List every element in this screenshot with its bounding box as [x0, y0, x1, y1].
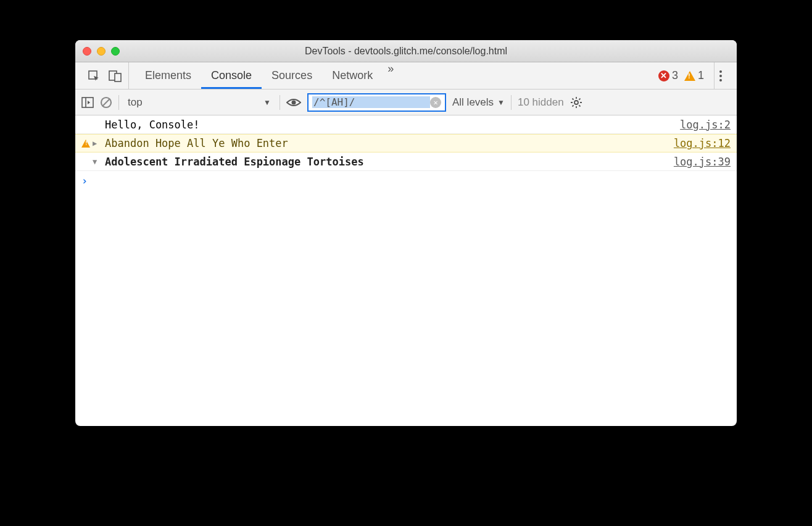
tab-sources[interactable]: Sources [262, 62, 322, 89]
more-tabs-icon[interactable]: » [383, 62, 399, 89]
sidebar-toggle-icon[interactable] [81, 97, 94, 108]
svg-line-16 [579, 98, 580, 99]
prompt-caret-icon: › [81, 175, 88, 187]
log-row: ▶ Abandon Hope All Ye Who Enter log.js:1… [75, 134, 737, 152]
log-message: Hello, Console! [102, 119, 680, 131]
tab-elements[interactable]: Elements [135, 62, 201, 89]
titlebar: DevTools - devtools.glitch.me/console/lo… [75, 40, 737, 62]
log-source-link[interactable]: log.js:12 [674, 137, 731, 149]
log-levels-selector[interactable]: All levels ▼ [452, 96, 505, 109]
console-log-area: Hello, Console! log.js:2 ▶ Abandon Hope … [75, 115, 737, 426]
log-row: ▼ Adolescent Irradiated Espionage Tortoi… [75, 152, 737, 171]
chevron-down-icon: ▼ [263, 98, 271, 107]
inspect-icon[interactable] [88, 70, 100, 82]
collapse-icon[interactable]: ▼ [93, 157, 102, 166]
log-message: Adolescent Irradiated Espionage Tortoise… [102, 156, 674, 168]
svg-point-8 [574, 101, 578, 104]
device-toggle-icon[interactable] [109, 70, 122, 82]
error-icon: ✕ [658, 70, 669, 81]
context-selector[interactable]: top ▼ [125, 96, 273, 109]
live-expression-icon[interactable] [286, 98, 301, 107]
svg-line-6 [103, 99, 110, 106]
console-prompt[interactable]: › [75, 171, 737, 191]
zoom-icon[interactable] [111, 47, 120, 56]
gear-icon[interactable] [570, 96, 582, 109]
close-icon[interactable] [83, 47, 91, 56]
svg-line-15 [572, 105, 573, 106]
tab-network[interactable]: Network [322, 62, 383, 89]
log-message: Abandon Hope All Ye Who Enter [102, 137, 674, 149]
filter-input[interactable]: /^[AH]/ ✕ [307, 93, 446, 112]
expand-icon[interactable]: ▶ [93, 139, 102, 148]
warning-icon [81, 140, 90, 148]
chevron-down-icon: ▼ [497, 98, 505, 107]
clear-filter-icon[interactable]: ✕ [430, 97, 441, 108]
log-source-link[interactable]: log.js:39 [674, 156, 731, 168]
svg-line-14 [579, 105, 580, 106]
panel-tabs: Elements Console Sources Network » ✕ 3 1 [75, 62, 737, 90]
window-title: DevTools - devtools.glitch.me/console/lo… [75, 46, 737, 57]
menu-icon[interactable] [714, 62, 727, 89]
log-row: Hello, Console! log.js:2 [75, 115, 737, 134]
hidden-messages[interactable]: 10 hidden [518, 96, 564, 109]
error-count-badge[interactable]: ✕ 3 [658, 69, 678, 82]
svg-rect-2 [115, 73, 121, 81]
warning-count-badge[interactable]: 1 [684, 69, 704, 82]
traffic-lights [83, 47, 120, 56]
clear-console-icon[interactable] [100, 96, 112, 109]
svg-point-7 [292, 100, 296, 104]
tab-console[interactable]: Console [201, 62, 262, 89]
minimize-icon[interactable] [97, 47, 106, 56]
console-toolbar: top ▼ /^[AH]/ ✕ All levels ▼ 10 hidden [75, 90, 737, 115]
devtools-window: DevTools - devtools.glitch.me/console/lo… [75, 40, 737, 426]
warning-icon [684, 71, 695, 81]
log-source-link[interactable]: log.js:2 [680, 119, 731, 131]
svg-line-13 [572, 98, 573, 99]
